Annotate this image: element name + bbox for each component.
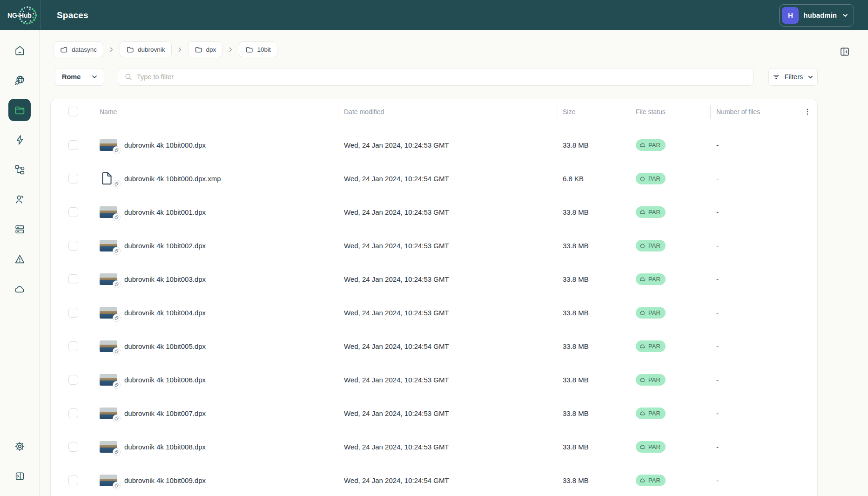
discover-globe-icon bbox=[14, 75, 26, 86]
table-options-kebab-icon[interactable] bbox=[801, 106, 814, 118]
table-row[interactable]: dubrovnik 4k 10bit004.dpx Wed, 24 Jan 20… bbox=[51, 296, 817, 329]
status-label: PAR bbox=[648, 142, 660, 149]
number-of-files: - bbox=[710, 141, 798, 149]
table-row[interactable]: dubrovnik 4k 10bit000.dpx Wed, 24 Jan 20… bbox=[51, 128, 817, 162]
date-modified: Wed, 24 Jan 2024, 10:24:53 GMT bbox=[338, 309, 557, 317]
expand-panel-icon bbox=[14, 470, 26, 482]
user-name: hubadmin bbox=[803, 11, 837, 19]
table-row[interactable]: dubrovnik 4k 10bit005.dpx Wed, 24 Jan 20… bbox=[51, 329, 817, 363]
sidebar-item-activity[interactable] bbox=[8, 129, 31, 151]
status-badge: PAR bbox=[636, 273, 666, 285]
activity-lightning-icon bbox=[14, 134, 26, 146]
row-checkbox[interactable] bbox=[68, 241, 78, 251]
row-checkbox[interactable] bbox=[68, 375, 78, 385]
table-row[interactable]: dubrovnik 4k 10bit002.dpx Wed, 24 Jan 20… bbox=[51, 229, 817, 262]
collapse-panel-button[interactable] bbox=[838, 45, 852, 59]
table-row[interactable]: dubrovnik 4k 10bit000.dpx.xmp Wed, 24 Ja… bbox=[51, 162, 817, 195]
home-icon bbox=[14, 45, 26, 56]
search-icon bbox=[124, 73, 133, 81]
status-badge: PAR bbox=[636, 340, 666, 352]
row-checkbox[interactable] bbox=[68, 207, 78, 217]
file-visual bbox=[100, 205, 117, 219]
file-name: dubrovnik 4k 10bit000.dpx.xmp bbox=[124, 175, 221, 183]
badge-cloud-icon bbox=[639, 142, 646, 148]
status-label: PAR bbox=[648, 209, 660, 216]
sidebar-item-expand-panel[interactable] bbox=[8, 465, 31, 487]
badge-cloud-icon bbox=[639, 175, 646, 182]
number-of-files: - bbox=[710, 443, 798, 451]
status-label: PAR bbox=[648, 477, 660, 484]
file-name: dubrovnik 4k 10bit001.dpx bbox=[124, 208, 206, 216]
file-size: 33.8 MB bbox=[557, 376, 630, 384]
file-size: 33.8 MB bbox=[557, 242, 630, 250]
breadcrumb-item[interactable]: dubrovnik bbox=[120, 41, 172, 57]
table-row[interactable]: dubrovnik 4k 10bit007.dpx Wed, 24 Jan 20… bbox=[51, 396, 817, 430]
sidebar-item-workflows[interactable] bbox=[8, 158, 31, 181]
row-checkbox[interactable] bbox=[68, 476, 78, 485]
date-modified: Wed, 24 Jan 2024, 10:24:53 GMT bbox=[338, 242, 557, 250]
date-modified: Wed, 24 Jan 2024, 10:24:53 GMT bbox=[338, 275, 557, 283]
sidebar-item-users[interactable] bbox=[8, 188, 31, 211]
table-row[interactable]: dubrovnik 4k 10bit008.dpx Wed, 24 Jan 20… bbox=[51, 430, 817, 463]
status-label: PAR bbox=[648, 343, 660, 350]
copies-badge-icon bbox=[113, 448, 121, 456]
table-row[interactable]: dubrovnik 4k 10bit001.dpx Wed, 24 Jan 20… bbox=[51, 195, 817, 229]
search-input[interactable] bbox=[137, 73, 747, 81]
chevron-right-icon bbox=[108, 46, 115, 53]
filters-button[interactable]: Filters bbox=[768, 68, 818, 86]
sidebar-item-spaces[interactable] bbox=[8, 99, 31, 121]
breadcrumb-item[interactable]: 10bit bbox=[239, 41, 277, 57]
badge-cloud-icon bbox=[639, 443, 646, 450]
select-all-checkbox[interactable] bbox=[68, 107, 78, 116]
user-menu[interactable]: H hubadmin bbox=[779, 4, 854, 27]
table-row[interactable]: dubrovnik 4k 10bit003.dpx Wed, 24 Jan 20… bbox=[51, 262, 817, 296]
status-label: PAR bbox=[648, 410, 660, 417]
status-badge: PAR bbox=[636, 475, 666, 486]
chevron-down-icon bbox=[91, 73, 98, 81]
status-badge: PAR bbox=[636, 408, 666, 419]
toolbar: Rome Filters bbox=[55, 68, 818, 86]
sidebar-item-home[interactable] bbox=[8, 39, 31, 61]
sidebar-item-discover[interactable] bbox=[8, 69, 31, 91]
breadcrumb-item[interactable]: datasync bbox=[54, 41, 103, 57]
badge-cloud-icon bbox=[639, 376, 646, 383]
search-box bbox=[118, 68, 754, 86]
file-size: 33.8 MB bbox=[557, 443, 630, 451]
row-checkbox[interactable] bbox=[68, 341, 78, 351]
number-of-files: - bbox=[710, 275, 798, 283]
row-checkbox[interactable] bbox=[68, 274, 78, 284]
copies-badge-icon bbox=[113, 314, 121, 322]
file-size: 33.8 MB bbox=[557, 342, 630, 350]
nghub-logo[interactable]: NG-Hub bbox=[5, 2, 40, 28]
number-of-files: - bbox=[710, 409, 798, 417]
row-checkbox[interactable] bbox=[68, 174, 78, 183]
sidebar-item-storage[interactable] bbox=[8, 218, 31, 240]
status-badge: PAR bbox=[636, 307, 666, 319]
status-badge: PAR bbox=[636, 206, 666, 218]
file-visual bbox=[100, 339, 117, 353]
breadcrumb: datasync dubrovnik dpx 10bit bbox=[54, 41, 818, 57]
table-row[interactable]: dubrovnik 4k 10bit009.dpx Wed, 24 Jan 20… bbox=[51, 463, 817, 496]
breadcrumb-item[interactable]: dpx bbox=[188, 41, 223, 57]
number-of-files: - bbox=[710, 175, 798, 183]
column-header-file-status: File status bbox=[630, 108, 710, 116]
file-visual bbox=[100, 473, 117, 487]
sidebar-item-settings[interactable] bbox=[8, 435, 31, 457]
number-of-files: - bbox=[710, 376, 798, 384]
sidebar-item-alerts[interactable] bbox=[8, 248, 31, 270]
storage-icon bbox=[14, 224, 26, 235]
row-checkbox[interactable] bbox=[68, 408, 78, 418]
row-checkbox[interactable] bbox=[68, 308, 78, 318]
document-icon bbox=[101, 171, 113, 185]
table-row[interactable]: dubrovnik 4k 10bit006.dpx Wed, 24 Jan 20… bbox=[51, 363, 817, 396]
location-select[interactable]: Rome bbox=[55, 68, 104, 86]
file-visual bbox=[100, 238, 117, 252]
file-visual bbox=[100, 440, 117, 454]
copies-badge-icon bbox=[113, 414, 121, 422]
row-checkbox[interactable] bbox=[68, 442, 78, 452]
file-visual bbox=[100, 406, 117, 420]
row-checkbox[interactable] bbox=[68, 140, 78, 150]
file-name: dubrovnik 4k 10bit007.dpx bbox=[124, 409, 206, 417]
copies-badge-icon bbox=[113, 213, 121, 221]
sidebar-item-cloud[interactable] bbox=[8, 278, 31, 300]
